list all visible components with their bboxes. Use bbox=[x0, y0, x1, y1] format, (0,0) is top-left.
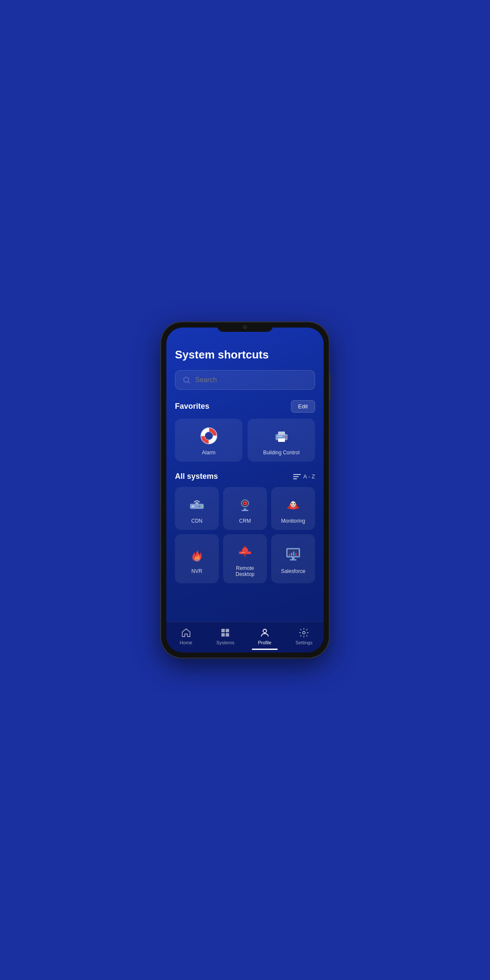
nav-active-indicator bbox=[252, 649, 278, 650]
salesforce-label: Salesforce bbox=[281, 568, 306, 574]
side-button bbox=[329, 374, 331, 400]
content-area: System shortcuts Favorites Edit bbox=[166, 328, 324, 622]
nav-item-settings[interactable]: Settings bbox=[285, 626, 324, 645]
system-tile-cdn[interactable]: CDN bbox=[175, 487, 219, 530]
svg-rect-45 bbox=[221, 633, 225, 637]
svg-rect-46 bbox=[226, 633, 229, 637]
phone-camera bbox=[243, 325, 247, 329]
phone-screen: System shortcuts Favorites Edit bbox=[166, 328, 324, 652]
system-tile-salesforce[interactable]: Salesforce bbox=[271, 534, 315, 583]
home-icon bbox=[181, 627, 192, 638]
settings-icon bbox=[298, 627, 309, 638]
alarm-label: Alarm bbox=[202, 450, 215, 456]
svg-rect-23 bbox=[242, 510, 248, 511]
svg-rect-40 bbox=[295, 553, 297, 556]
systems-grid: CDN bbox=[175, 487, 315, 583]
remote-desktop-icon bbox=[236, 542, 254, 561]
svg-point-47 bbox=[263, 629, 266, 633]
svg-point-29 bbox=[294, 503, 295, 505]
building-control-label: Building Control bbox=[263, 450, 300, 456]
svg-rect-44 bbox=[226, 629, 229, 632]
home-nav-label: Home bbox=[180, 640, 192, 645]
all-systems-header: All systems A - Z bbox=[175, 472, 315, 481]
favorite-tile-alarm[interactable]: Alarm bbox=[175, 419, 242, 462]
salesforce-icon bbox=[284, 545, 303, 564]
cdn-label: CDN bbox=[191, 518, 202, 524]
favorites-grid: Alarm bbox=[175, 419, 315, 462]
phone-frame: System shortcuts Favorites Edit bbox=[161, 322, 329, 658]
svg-rect-13 bbox=[192, 505, 194, 507]
svg-point-33 bbox=[244, 555, 246, 557]
search-bar[interactable] bbox=[175, 370, 315, 390]
monitoring-icon bbox=[284, 495, 303, 514]
svg-point-48 bbox=[303, 631, 305, 634]
svg-point-14 bbox=[199, 505, 200, 507]
svg-rect-9 bbox=[278, 438, 285, 442]
svg-point-10 bbox=[285, 436, 287, 438]
nav-item-systems[interactable]: Systems bbox=[206, 626, 245, 645]
systems-nav-label: Systems bbox=[216, 640, 234, 645]
svg-point-16 bbox=[196, 503, 198, 505]
phone-notch bbox=[217, 322, 273, 332]
system-tile-monitoring[interactable]: Monitoring bbox=[271, 487, 315, 530]
svg-rect-34 bbox=[241, 552, 245, 553]
page-title: System shortcuts bbox=[175, 348, 315, 361]
sort-label-text: A - Z bbox=[303, 473, 315, 480]
nav-item-home[interactable]: Home bbox=[166, 626, 206, 645]
sort-control[interactable]: A - Z bbox=[293, 473, 315, 480]
svg-point-21 bbox=[245, 502, 246, 503]
svg-point-28 bbox=[291, 503, 293, 505]
search-icon bbox=[182, 376, 191, 384]
nvr-icon bbox=[187, 545, 206, 564]
system-tile-remote-desktop[interactable]: Remote Desktop bbox=[223, 534, 267, 583]
alarm-icon bbox=[199, 426, 218, 445]
svg-point-15 bbox=[201, 505, 203, 507]
edit-button[interactable]: Edit bbox=[291, 400, 315, 413]
bottom-nav: Home Systems bbox=[166, 622, 324, 652]
nvr-label: NVR bbox=[191, 568, 202, 574]
svg-rect-37 bbox=[289, 554, 290, 556]
favorites-header: Favorites Edit bbox=[175, 400, 315, 413]
settings-nav-label: Settings bbox=[295, 640, 312, 645]
all-systems-title: All systems bbox=[175, 472, 218, 481]
svg-rect-32 bbox=[244, 546, 246, 548]
svg-rect-39 bbox=[293, 551, 294, 556]
search-input[interactable] bbox=[195, 376, 308, 384]
svg-point-2 bbox=[205, 432, 213, 440]
crm-label: CRM bbox=[239, 518, 251, 524]
svg-rect-8 bbox=[278, 432, 285, 435]
profile-icon bbox=[259, 627, 270, 638]
svg-point-31 bbox=[243, 554, 247, 555]
system-tile-crm[interactable]: CRM bbox=[223, 487, 267, 530]
svg-rect-42 bbox=[290, 559, 297, 560]
svg-rect-11 bbox=[277, 436, 282, 437]
favorite-tile-building-control[interactable]: Building Control bbox=[248, 419, 315, 462]
remote-desktop-label: Remote Desktop bbox=[227, 565, 263, 577]
systems-icon bbox=[220, 627, 231, 638]
building-control-icon bbox=[272, 426, 291, 445]
crm-icon bbox=[236, 495, 254, 514]
system-tile-nvr[interactable]: NVR bbox=[175, 534, 219, 583]
profile-nav-label: Profile bbox=[258, 640, 271, 645]
monitoring-label: Monitoring bbox=[281, 518, 305, 524]
sort-icon bbox=[293, 474, 301, 480]
svg-rect-38 bbox=[291, 553, 292, 556]
cdn-icon bbox=[187, 495, 206, 514]
favorites-title: Favorites bbox=[175, 402, 209, 411]
nav-item-profile[interactable]: Profile bbox=[245, 626, 285, 650]
svg-rect-43 bbox=[221, 629, 225, 632]
